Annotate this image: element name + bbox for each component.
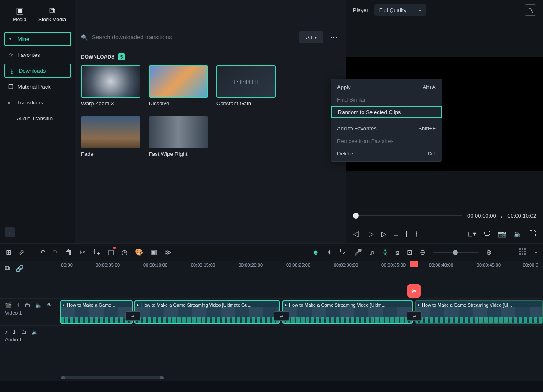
- scrub-slider[interactable]: [353, 215, 462, 216]
- sidebar-item-material-pack[interactable]: ❒Material Pack: [4, 79, 71, 94]
- mute-icon[interactable]: 🔈: [31, 329, 38, 335]
- redo-button[interactable]: ↷: [53, 248, 58, 256]
- split-button[interactable]: ✂: [80, 248, 85, 256]
- ctx-apply-label: Apply: [337, 84, 351, 90]
- horizontal-scrollbar[interactable]: [61, 376, 164, 379]
- ctx-apply[interactable]: ApplyAlt+A: [331, 81, 442, 93]
- undo-button[interactable]: ↶: [40, 248, 45, 256]
- text-button[interactable]: T+: [93, 248, 100, 257]
- sidebar-item-audio-transitions[interactable]: Audio Transitio...: [4, 111, 71, 125]
- audio-mix-button[interactable]: ♬: [370, 249, 375, 256]
- play-pause-button[interactable]: |▷: [367, 230, 374, 238]
- sidebar-item-downloads[interactable]: ⭳Downloads: [4, 64, 71, 78]
- playhead-cut-button[interactable]: ✂: [407, 284, 421, 298]
- scrub-thumb[interactable]: [353, 213, 359, 219]
- zoom-in-button[interactable]: ⊕: [486, 248, 492, 256]
- marker-button[interactable]: ✢: [382, 248, 388, 256]
- ctx-remfav-label: Remove from Favorites: [337, 138, 393, 144]
- shield-button[interactable]: ⛉: [340, 249, 346, 256]
- time-ruler[interactable]: 00:00 00:00:05:00 00:00:10:00 00:00:15:0…: [58, 261, 543, 276]
- layout-icon[interactable]: ⊞: [6, 248, 11, 256]
- ruler-tick: 00:00:15:00: [191, 262, 215, 267]
- timeline-tracks[interactable]: 00:00 00:00:05:00 00:00:10:00 00:00:15:0…: [58, 261, 543, 381]
- clip[interactable]: ▸How to Make a Game Streaming Video [Ult…: [134, 300, 280, 324]
- play-button[interactable]: ▷: [381, 230, 386, 238]
- separator: [331, 120, 442, 120]
- thumb-warp-zoom[interactable]: Warp Zoom 3: [81, 65, 140, 107]
- speed-button[interactable]: ◷: [122, 248, 127, 256]
- video-track-1[interactable]: ▸How to Make a Game... ⇄ ▸How to Make a …: [58, 298, 543, 325]
- track-header-audio1[interactable]: ♪1 🗀 🔈 Audio 1: [0, 325, 58, 352]
- transition-node[interactable]: ⇄: [125, 311, 140, 321]
- mark-in-button[interactable]: {: [406, 230, 408, 237]
- play-icon: ▸: [63, 302, 65, 308]
- more-button[interactable]: ⋯: [328, 31, 340, 43]
- current-time: 00:00:00:00: [467, 213, 496, 219]
- ctx-add-favorites[interactable]: Add to FavoritesShift+F: [331, 122, 442, 135]
- track-view-chevron[interactable]: ▾: [535, 250, 537, 255]
- thumb-fast-wipe-right[interactable]: Fast Wipe Right: [149, 116, 208, 157]
- sidebar-item-mine[interactable]: ▾Mine: [4, 32, 71, 46]
- ai-button[interactable]: ☻: [312, 249, 319, 256]
- track-header-video1[interactable]: 🎬1 🗀 🔈 👁 Video 1: [0, 298, 58, 325]
- crop-tool-button[interactable]: ◫: [108, 248, 114, 256]
- enhance-button[interactable]: ✦: [327, 248, 332, 256]
- ruler-tick: 00:00:30:00: [334, 262, 358, 267]
- folder-icon[interactable]: 🗀: [25, 302, 30, 308]
- thumb-constant-gain[interactable]: ·||·|||·||·|||·||·Constant Gain: [216, 65, 276, 107]
- clip[interactable]: ▸How to Make a Game...: [60, 300, 133, 324]
- keyframe-button[interactable]: ⊡: [407, 248, 412, 256]
- cursor-icon[interactable]: ⬀: [19, 248, 24, 256]
- tab-media[interactable]: ▣Media: [5, 3, 34, 25]
- ctx-find-similar[interactable]: Find Similar: [331, 93, 442, 106]
- mark-out-button[interactable]: }: [415, 230, 417, 237]
- color-button[interactable]: 🎨: [135, 248, 143, 256]
- clip[interactable]: ▸How to Make a Game Streaming Video [Ult…: [282, 300, 413, 324]
- snapshot-button[interactable]: 📷: [498, 230, 506, 238]
- delete-button[interactable]: 🗑: [66, 249, 72, 256]
- track-number: 1: [13, 329, 16, 335]
- playhead-handle[interactable]: [410, 261, 418, 267]
- scope-button[interactable]: 〽: [525, 4, 536, 16]
- crop-button[interactable]: ⊡▾: [467, 230, 476, 238]
- track-view-button[interactable]: [519, 248, 528, 257]
- ctx-delete[interactable]: DeleteDel: [331, 147, 442, 160]
- prev-frame-button[interactable]: ◁|: [353, 230, 360, 238]
- filter-dropdown[interactable]: All▾: [299, 31, 323, 43]
- display-button[interactable]: 🖵: [484, 230, 490, 237]
- crop-button[interactable]: ▣: [151, 248, 157, 256]
- link-button[interactable]: 🔗: [15, 265, 24, 272]
- section-title: DOWNLOADS: [81, 54, 114, 60]
- ctx-random-to-selected[interactable]: Random to Selected Clips: [331, 106, 442, 118]
- clip[interactable]: ▸How to Make a Game Streaming Video [Ul.…: [415, 300, 543, 324]
- fullscreen-button[interactable]: ⛶: [530, 230, 536, 237]
- transition-node[interactable]: ⇄: [274, 311, 289, 321]
- transition-node[interactable]: ⇄: [407, 311, 422, 321]
- zoom-slider[interactable]: [433, 252, 479, 253]
- audio-track-1[interactable]: [58, 325, 543, 352]
- download-icon: ⭳: [9, 68, 15, 74]
- tab-stock-media[interactable]: ⧉Stock Media: [34, 3, 70, 25]
- volume-button[interactable]: 🔈: [514, 230, 522, 238]
- clip-title: How to Make a Game...: [67, 303, 115, 308]
- sidebar-item-transitions[interactable]: ▸Transitions: [4, 95, 71, 109]
- record-button[interactable]: ⧇: [395, 249, 399, 256]
- zoom-out-button[interactable]: ⊖: [420, 248, 425, 256]
- mic-button[interactable]: 🎤: [354, 248, 362, 256]
- thumb-image: [149, 65, 208, 98]
- thumb-dissolve[interactable]: Dissolve: [149, 65, 208, 107]
- stop-button[interactable]: □: [394, 230, 398, 237]
- ctx-remove-favorites[interactable]: Remove from Favorites: [331, 135, 442, 147]
- playhead[interactable]: ✂: [414, 261, 414, 381]
- sidebar-collapse-button[interactable]: ‹: [5, 227, 15, 237]
- eye-icon[interactable]: 👁: [47, 302, 52, 308]
- quality-dropdown[interactable]: Full Quality▾: [374, 4, 426, 16]
- more-tools-button[interactable]: ≫: [165, 248, 172, 256]
- video-icon: 🎬: [5, 302, 12, 308]
- search-input[interactable]: [92, 34, 294, 41]
- mute-icon[interactable]: 🔈: [35, 302, 42, 308]
- thumb-fade[interactable]: Fade: [81, 116, 140, 157]
- add-track-button[interactable]: ⧉: [5, 265, 10, 272]
- folder-icon[interactable]: 🗀: [21, 329, 26, 335]
- sidebar-item-favorites[interactable]: ☆Favorites: [4, 48, 71, 62]
